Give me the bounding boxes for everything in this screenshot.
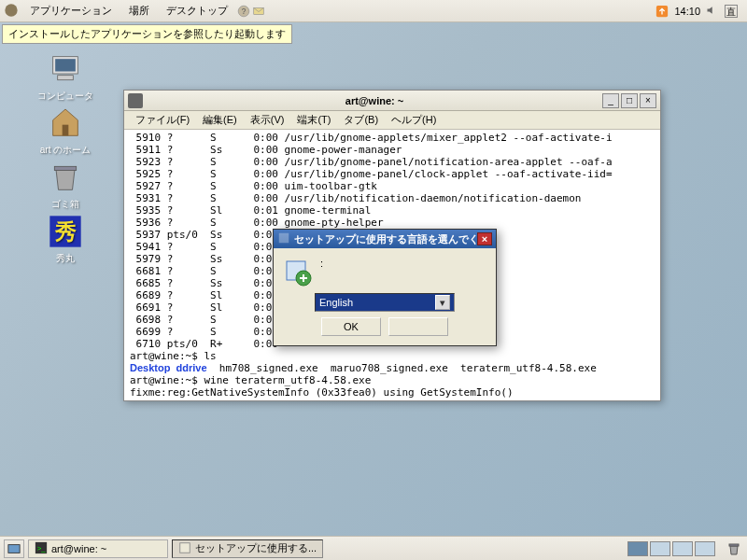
dialog-text: : [320,258,323,269]
clock[interactable]: 14:10 [674,6,700,17]
panel-trash-button[interactable] [725,539,743,558]
update-icon[interactable] [655,5,669,18]
terminal-menubar: ファイル(F) 編集(E) 表示(V) 端末(T) タブ(B) ヘルプ(H) [124,111,660,130]
desktop-icon-label: コンピュータ [28,90,103,103]
workspace-switcher[interactable] [627,541,715,556]
menu-file[interactable]: ファイル(F) [130,111,195,129]
computer-icon [47,50,84,88]
desktop-icon-label: art のホーム [28,144,103,157]
svg-rect-7 [58,76,74,80]
menu-edit[interactable]: 編集(E) [197,111,243,129]
svg-text:>_: >_ [37,543,47,552]
menu-terminal[interactable]: 端末(T) [291,111,336,129]
svg-rect-12 [279,233,289,244]
workspace-2[interactable] [650,541,670,556]
svg-point-0 [5,4,17,16]
desktop-icon-home[interactable]: art のホーム [28,105,103,157]
svg-text:秀: 秀 [54,219,77,244]
desktop-icon-label: 秀丸 [28,252,103,265]
top-menu-right: 14:10 直 [655,5,743,18]
wine-icon [178,541,191,556]
home-icon [47,105,84,142]
volume-icon[interactable] [706,5,719,18]
language-select[interactable]: English ▾ [315,293,455,312]
wine-close-button[interactable]: × [477,232,492,245]
terminal-title: art@wine: ~ [148,95,600,106]
task-button-terminal[interactable]: >_ art@wine: ~ [28,539,168,558]
desktop-icon-label: ゴミ箱 [28,198,103,211]
tooltip: インストールしたアプリケーションを参照したり起動します [2,24,292,44]
selected-language: English [319,297,353,308]
task-button-wine-setup[interactable]: セットアップに使用する... [172,539,323,558]
menu-tab[interactable]: タブ(B) [338,111,384,129]
desktop-icon-hidemaru[interactable]: 秀 秀丸 [28,213,103,265]
wine-dialog: セットアップに使用する言語を選んでく × : English ▾ OK [273,229,497,346]
dropdown-button-icon[interactable]: ▾ [435,295,450,310]
top-menu-left: アプリケーション 場所 デスクトップ ? [4,2,265,20]
svg-rect-8 [63,125,69,136]
ok-button[interactable]: OK [321,317,381,336]
minimize-button[interactable]: _ [602,93,619,108]
menu-places[interactable]: 場所 [121,2,157,20]
workspace-3[interactable] [672,541,693,556]
menu-view[interactable]: 表示(V) [245,111,290,129]
hidemaru-icon: 秀 [47,213,84,250]
task-label: art@wine: ~ [51,543,106,554]
workspace-4[interactable] [695,541,715,556]
svg-rect-19 [729,544,739,546]
show-desktop-button[interactable] [4,539,24,558]
svg-rect-15 [8,544,20,553]
bottom-panel: >_ art@wine: ~ セットアップに使用する... [0,536,747,560]
wine-dialog-body: : English ▾ OK [274,248,496,345]
terminal-icon [128,93,143,108]
help-icon[interactable]: ? [237,5,250,18]
trash-icon [47,159,84,196]
desktop-icon-computer[interactable]: コンピュータ [28,50,103,103]
mail-icon[interactable] [252,5,265,18]
svg-text:?: ? [242,7,247,15]
task-label: セットアップに使用する... [195,541,317,555]
menu-desktop[interactable]: デスクトップ [159,2,235,20]
close-button[interactable]: × [640,93,656,108]
desktop-icon-trash[interactable]: ゴミ箱 [28,159,103,211]
menu-help[interactable]: ヘルプ(H) [386,111,442,129]
svg-rect-18 [180,542,190,553]
wine-titlebar[interactable]: セットアップに使用する言語を選んでく × [274,230,496,248]
input-method-icon[interactable]: 直 [725,5,738,18]
terminal-titlebar[interactable]: art@wine: ~ _ □ × [124,91,660,111]
workspace-1[interactable] [627,541,648,556]
terminal-icon: >_ [35,541,48,556]
installer-icon [283,258,313,287]
maximize-button[interactable]: □ [621,93,638,108]
gnome-foot-icon[interactable] [4,3,21,20]
cancel-button[interactable] [388,317,448,336]
menu-applications[interactable]: アプリケーション [22,2,120,20]
wine-title: セットアップに使用する言語を選んでく [294,232,477,246]
svg-rect-6 [55,59,76,71]
svg-rect-9 [54,166,76,170]
wine-dialog-icon [277,231,290,246]
top-panel: アプリケーション 場所 デスクトップ ? 14:10 直 [0,0,747,22]
